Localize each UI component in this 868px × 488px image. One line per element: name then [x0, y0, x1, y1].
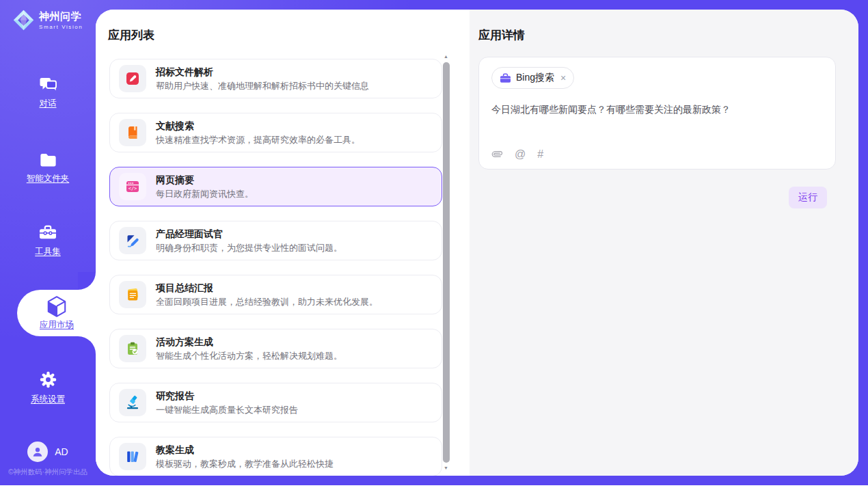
sidebar-item-label: 应用市场: [40, 319, 74, 331]
tool-chip-bing-search[interactable]: Bing搜索 ×: [491, 67, 574, 89]
brand-subtitle: Smart Vision: [39, 24, 83, 30]
app-logo: 神州问学 Smart Vision: [12, 9, 83, 31]
app-card[interactable]: 研究报告一键智能生成高质量长文本研究报告: [109, 383, 442, 422]
app-card[interactable]: 文献搜索快速精准查找学术资源，提高研究效率的必备工具。: [109, 113, 442, 152]
scroll-down-icon[interactable]: ▼: [444, 465, 448, 472]
books-icon: [125, 449, 140, 464]
app-card-description: 快速精准查找学术资源，提高研究效率的必备工具。: [156, 134, 360, 146]
app-card-description: 每日政府新闻资讯快查。: [156, 188, 254, 200]
sidebar-item-toolset[interactable]: 工具集: [0, 224, 96, 258]
sidebar-item-label: 工具集: [35, 246, 61, 258]
app-window: 神州问学 Smart Vision 对话智能文件夹工具集应用市场系统设置 AD …: [0, 0, 868, 488]
interview-icon: [125, 233, 140, 248]
app-card[interactable]: 产品经理面试官明确身份和职责，为您提供专业性的面试问题。: [109, 221, 442, 260]
app-card-list: 招标文件解析帮助用户快速、准确地理解和解析招标书中的关键信息文献搜索快速精准查找…: [109, 59, 442, 476]
app-card-description: 全面回顾项目进展，总结经验教训，助力未来优化发展。: [156, 296, 378, 308]
app-detail-panel: 应用详情 Bing搜索 × 今日湖北有哪些新闻要点？有哪些需要关注的最新政策？ …: [470, 10, 858, 476]
tool-chip-label: Bing搜索: [516, 72, 554, 84]
app-icon-tile: [119, 281, 146, 308]
book-icon: [125, 125, 140, 140]
toolbox-icon: [38, 224, 57, 241]
app-card-description: 帮助用户快速、准确地理解和解析招标书中的关键信息: [156, 80, 369, 92]
sidebar-item-smart-folders[interactable]: 智能文件夹: [0, 152, 96, 185]
app-detail-title: 应用详情: [478, 27, 836, 43]
scrollbar-thumb[interactable]: [443, 62, 450, 463]
prompt-input[interactable]: 今日湖北有哪些新闻要点？有哪些需要关注的最新政策？: [491, 103, 823, 117]
browser-code-icon: </>: [125, 179, 140, 194]
chat-icon: [39, 77, 57, 93]
cube-icon: [46, 295, 67, 318]
app-icon-tile: [119, 227, 146, 254]
sidebar-item-app-market[interactable]: 应用市场: [17, 290, 96, 336]
content-panel: 应用列表 招标文件解析帮助用户快速、准确地理解和解析招标书中的关键信息文献搜索快…: [96, 10, 858, 476]
app-card-description: 一键智能生成高质量长文本研究报告: [156, 404, 298, 416]
paperclip-icon[interactable]: [491, 148, 503, 160]
run-row: 运行: [478, 187, 836, 208]
diamond-logo-icon: [12, 9, 35, 31]
app-card-description: 明确身份和职责，为您提供专业性的面试问题。: [156, 242, 342, 254]
app-card-title: 项目总结汇报: [156, 282, 378, 295]
app-icon-tile: </>: [119, 173, 146, 200]
app-frame: 神州问学 Smart Vision 对话智能文件夹工具集应用市场系统设置 AD …: [0, 0, 868, 485]
active-tab-notch-bottom: [78, 336, 96, 354]
app-card-title: 活动方案生成: [156, 336, 342, 349]
user-initials: AD: [55, 446, 68, 457]
at-icon[interactable]: @: [515, 148, 526, 160]
prompt-toolbar: @#: [491, 148, 543, 160]
copyright-footer: ©神州数码·神州问学出品: [0, 467, 96, 477]
active-tab-notch-top: [78, 272, 96, 290]
run-button[interactable]: 运行: [789, 187, 827, 208]
user-icon: [31, 446, 44, 458]
app-icon-tile: [119, 65, 146, 92]
scroll-up-icon[interactable]: ▲: [444, 53, 448, 60]
edit-icon: [125, 71, 140, 86]
app-icon-tile: [119, 335, 146, 362]
sidebar-item-label: 智能文件夹: [27, 173, 70, 185]
user-account: AD: [0, 442, 96, 462]
app-card-description: 智能生成个性化活动方案，轻松解决规划难题。: [156, 350, 342, 362]
scrollbar[interactable]: ▲ ▼: [442, 53, 450, 472]
app-card[interactable]: 活动方案生成智能生成个性化活动方案，轻松解决规划难题。: [109, 329, 442, 368]
app-card-title: 文献搜索: [156, 120, 360, 133]
sidebar-item-label: 系统设置: [31, 394, 65, 405]
app-card-title: 研究报告: [156, 390, 298, 403]
sidebar-item-label: 对话: [40, 98, 57, 109]
clipboard-check-icon: [125, 341, 140, 356]
microscope-icon: [125, 395, 140, 410]
app-card-title: 产品经理面试官: [156, 228, 342, 241]
app-list-title: 应用列表: [108, 27, 154, 43]
app-card[interactable]: 教案生成模板驱动，教案秒成，教学准备从此轻松快捷: [109, 437, 442, 476]
app-card[interactable]: 项目总结汇报全面回顾项目进展，总结经验教训，助力未来优化发展。: [109, 275, 442, 314]
app-icon-tile: [119, 443, 146, 470]
app-icon-tile: [119, 119, 146, 146]
sidebar-item-chat[interactable]: 对话: [0, 77, 96, 109]
gear-icon: [39, 370, 57, 389]
app-card[interactable]: </>网页摘要每日政府新闻资讯快查。: [109, 167, 442, 206]
close-icon[interactable]: ×: [560, 72, 566, 83]
prompt-card: Bing搜索 × 今日湖北有哪些新闻要点？有哪些需要关注的最新政策？ @#: [478, 57, 836, 170]
notes-icon: [125, 287, 140, 302]
avatar[interactable]: [27, 442, 48, 462]
svg-text:</>: </>: [128, 186, 137, 191]
sidebar: 神州问学 Smart Vision 对话智能文件夹工具集应用市场系统设置 AD …: [0, 0, 96, 485]
brand-name: 神州问学: [39, 10, 83, 22]
app-icon-tile: [119, 389, 146, 416]
app-card-title: 招标文件解析: [156, 66, 369, 79]
app-card-title: 教案生成: [156, 444, 334, 457]
folder-icon: [39, 152, 57, 168]
sidebar-item-system-settings[interactable]: 系统设置: [0, 370, 96, 405]
app-card-description: 模板驱动，教案秒成，教学准备从此轻松快捷: [156, 458, 334, 470]
app-card-title: 网页摘要: [156, 174, 254, 187]
app-card[interactable]: 招标文件解析帮助用户快速、准确地理解和解析招标书中的关键信息: [109, 59, 442, 98]
app-list-panel: 应用列表 招标文件解析帮助用户快速、准确地理解和解析招标书中的关键信息文献搜索快…: [96, 10, 470, 476]
hash-icon[interactable]: #: [537, 148, 543, 160]
briefcase-icon: [500, 73, 511, 83]
